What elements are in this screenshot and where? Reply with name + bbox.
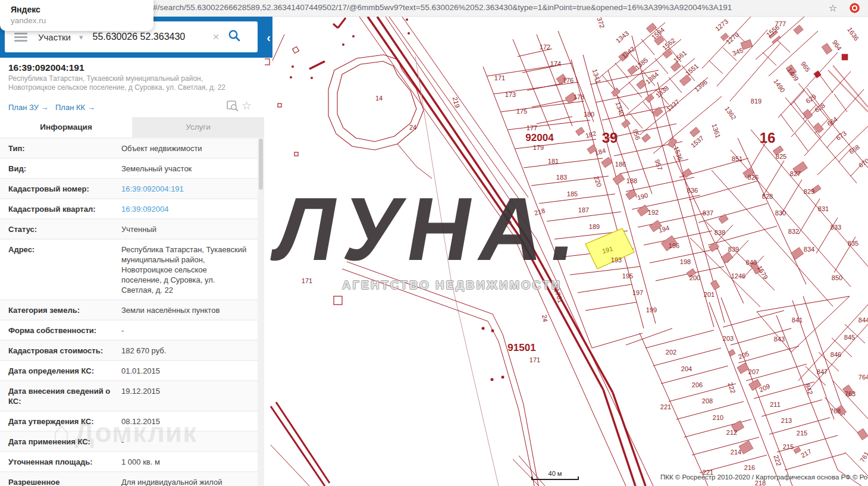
parcel-label: 827 — [790, 170, 801, 177]
parcel-label: 215 — [797, 429, 807, 437]
parcel-label: 831 — [818, 205, 829, 212]
url-text[interactable]: u/#/search/55.63002266628589,52.36341407… — [146, 3, 732, 12]
row-label: Форма собственности: — [0, 325, 121, 336]
menu-hamburger-icon[interactable] — [14, 31, 27, 43]
row-value-link[interactable]: 16:39:092004 — [121, 204, 249, 214]
parcel-label: 179 — [533, 144, 544, 151]
parcel-label: 213 — [781, 417, 792, 424]
search-icon[interactable] — [228, 29, 241, 45]
panel-tabs: Информация Услуги — [0, 117, 264, 137]
table-row: Адрес:Республика Татарстан, Тукаевский м… — [0, 239, 258, 299]
parcel-label: 830 — [775, 209, 786, 217]
quarter-label: 91501 — [507, 342, 535, 353]
row-value-link[interactable]: 16:39:092004:191 — [121, 184, 249, 194]
row-label: Дата определения КС: — [0, 366, 121, 376]
parcel-label: 851 — [732, 155, 742, 162]
table-row: Уточненная площадь:1 000 кв. м — [0, 451, 258, 471]
parcel-label: 819 — [751, 98, 762, 105]
parcel-label: 189 — [589, 223, 600, 230]
parcel-label: 178 — [574, 93, 584, 101]
map-mark-dot — [292, 65, 294, 68]
parcel-label: 199 — [646, 306, 657, 313]
parcel-header: 16:39:092004:191 Республика Татарстан, Т… — [0, 58, 264, 117]
tab-information[interactable]: Информация — [0, 117, 132, 137]
search-category-dropdown[interactable]: Участки — [38, 32, 71, 42]
parcel-label: 843 — [774, 336, 785, 343]
clear-search-icon[interactable]: × — [213, 30, 220, 43]
parcel-label: 208 — [702, 397, 713, 405]
parcel-label: 212 — [726, 429, 737, 436]
tab-services[interactable]: Услуги — [132, 117, 264, 137]
table-row: Кадастровый номер:16:39:092004:191 — [0, 178, 258, 198]
parcel-label: 186 — [615, 161, 626, 168]
parcel-label: 177 — [527, 124, 537, 131]
agency-watermark: АГЕНТСТВО НЕДВИЖИМОСТИ — [342, 278, 562, 292]
row-value: - — [121, 325, 249, 336]
house-icon: ⌂ — [52, 415, 71, 449]
parcel-label: 835 — [848, 240, 858, 247]
parcel-label: 839 — [728, 246, 739, 253]
parcel-label: 221 — [660, 403, 671, 410]
parcel-label: 180 — [584, 111, 594, 118]
map-mark-dot — [491, 378, 494, 381]
parcel-label: 834 — [804, 246, 814, 253]
building — [842, 54, 848, 60]
table-row: Разрешенное использование:Для индивидуал… — [0, 471, 258, 486]
search-input[interactable] — [93, 32, 212, 42]
row-label: Вид: — [0, 164, 121, 174]
table-row: Категория земель:Земли населённых пункто… — [0, 299, 258, 319]
parcel-label: 207 — [748, 368, 759, 375]
map-mark-dot — [408, 32, 410, 35]
cadastral-map[interactable]: 1911424219172174176178180171173175177920… — [265, 17, 868, 486]
parcel-label: 840 — [746, 259, 757, 266]
parcel-label: 844 — [858, 316, 868, 324]
map-mark-dot — [491, 330, 494, 333]
table-row: Статус:Учтенный — [0, 218, 258, 239]
parcel-label: 171 — [529, 356, 540, 363]
map-mark-dot — [352, 35, 355, 37]
parcel-label: 829 — [804, 188, 814, 195]
chevron-down-icon[interactable]: ▾ — [79, 33, 83, 42]
parcel-label: 211 — [770, 401, 781, 408]
scrollbar-thumb[interactable] — [259, 139, 263, 190]
panel-scrollbar[interactable] — [258, 137, 264, 486]
plan-zu-link[interactable]: План ЗУ → — [8, 103, 49, 112]
row-label: Дата внесения сведений о КС: — [0, 386, 121, 406]
parcel-label: 826 — [748, 174, 759, 181]
collapse-panel-chevron[interactable]: ‹ — [267, 31, 271, 45]
row-value: 19.12.2015 — [121, 386, 249, 406]
parcel-label: 850 — [832, 274, 842, 281]
row-value: Объект недвижимости — [121, 143, 249, 153]
parcel-address: Республика Татарстан, Тукаевский муницип… — [8, 74, 240, 92]
scale-label: 40 м — [531, 470, 579, 477]
extension-target-icon[interactable] — [850, 3, 860, 13]
document-search-icon[interactable] — [227, 101, 239, 114]
plan-kk-link[interactable]: План КК → — [55, 103, 95, 112]
domclick-watermark: ⌂Домклик — [52, 415, 197, 449]
parcel-label: 206 — [692, 381, 703, 388]
parcel-label: 176 — [563, 77, 574, 84]
table-row: Тип:Объект недвижимости — [0, 137, 258, 158]
parcel-label: 838 — [715, 229, 725, 236]
tooltip-domain: yandex.ru — [11, 16, 153, 25]
parcel-label: 202 — [666, 349, 676, 356]
parcel-label: 181 — [548, 158, 559, 165]
bookmark-star-icon[interactable]: ☆ — [829, 2, 837, 14]
row-label: Кадастровый квартал: — [0, 204, 121, 214]
map-scale-bar: 40 м — [531, 470, 579, 480]
parcel-label: 193 — [611, 256, 622, 264]
parcel-label: 847 — [817, 368, 828, 375]
domclick-watermark-text: Домклик — [74, 417, 197, 448]
parcel-label: 174 — [550, 60, 561, 67]
row-value: Для индивидуальной жилой застройки — [121, 477, 249, 486]
favorite-star-icon[interactable]: ☆ — [242, 99, 252, 112]
parcel-label: 24 — [409, 124, 416, 131]
quarter-label: 16 — [760, 130, 776, 146]
yandex-tab-tooltip: Яндекс yandex.ru — [0, 0, 153, 31]
parcel-label: 173 — [505, 91, 516, 98]
parcel-label: 777 — [775, 20, 786, 27]
parcel-label: 825 — [776, 153, 786, 160]
parcel-label: 196 — [669, 242, 679, 249]
parcel-label: 845 — [844, 334, 855, 341]
parcel-label: 833 — [831, 224, 841, 231]
